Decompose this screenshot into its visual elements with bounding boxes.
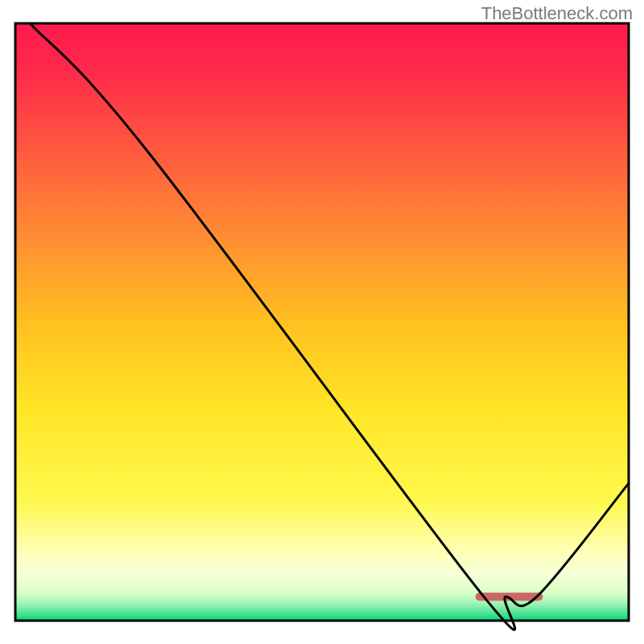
chart-container: TheBottleneck.com bbox=[0, 0, 644, 644]
chart-svg bbox=[0, 0, 644, 644]
watermark-text: TheBottleneck.com bbox=[481, 3, 633, 24]
plot-background bbox=[15, 23, 629, 621]
